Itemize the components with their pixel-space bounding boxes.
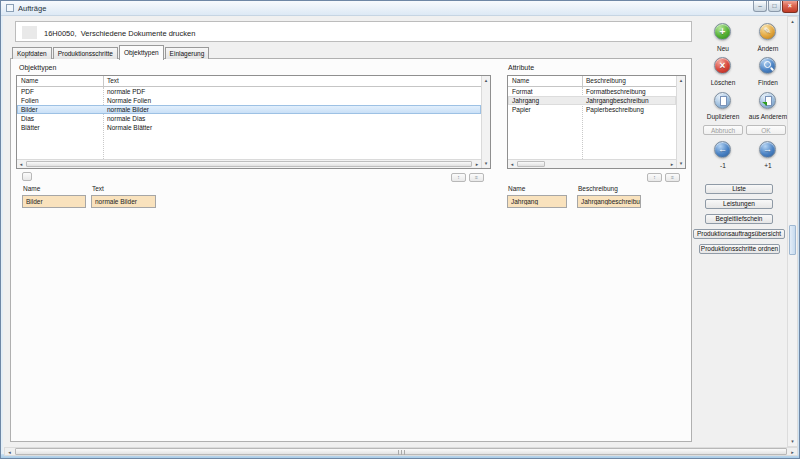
document-icon — [720, 96, 727, 106]
tab-kopfdaten[interactable]: Kopfdaten — [12, 47, 52, 59]
attribute-beschreibung-field[interactable] — [577, 195, 641, 208]
objekttypen-text-field[interactable] — [91, 195, 156, 208]
app-icon — [6, 4, 14, 12]
from-other-button[interactable] — [759, 92, 776, 109]
attribute-sort-button[interactable]: ↕ — [647, 173, 662, 182]
attribute-table-body: Format Formatbeschreibung Jahrgang Jahrg… — [508, 87, 676, 159]
find-button[interactable] — [759, 57, 776, 74]
tab-produktionsschritte[interactable]: Produktionsschritte — [53, 47, 118, 59]
order-title: 16H0050, Verschiedene Dokumente drucken — [44, 29, 195, 38]
produktionsschritte-ordnen-button[interactable]: Produktionsschritte ordnen — [699, 244, 780, 254]
produktionsauftragsuebersicht-button[interactable]: Produktionsauftragsübersicht — [693, 229, 785, 239]
objekttypen-name-label: Name — [23, 185, 40, 192]
arrow-right-icon: → — [760, 142, 775, 157]
attribute-table-header: Name Beschreibung — [508, 76, 676, 87]
scroll-right-icon[interactable]: ▸ — [473, 160, 481, 168]
table-row[interactable]: Blätter Normale Blätter — [17, 123, 481, 132]
leistungen-button[interactable]: Leistungen — [705, 199, 773, 209]
begleitliefschein-button[interactable]: Begleitliefschein — [705, 214, 773, 224]
next-record-button[interactable]: → — [759, 141, 776, 158]
ok-button[interactable]: OK — [746, 125, 786, 135]
table-row[interactable]: Dias normale Dias — [17, 114, 481, 123]
table-horizontal-scrollbar[interactable]: ◂ ▸ — [508, 159, 676, 168]
scroll-right-icon[interactable]: ▸ — [668, 160, 676, 168]
objekttypen-label: Objekttypen — [19, 64, 56, 71]
table-row[interactable]: Format Formatbeschreibung — [508, 87, 676, 96]
duplicate-button[interactable] — [714, 92, 731, 109]
tab-einlagerung[interactable]: Einlagerung — [165, 47, 210, 59]
scroll-down-icon[interactable]: ▾ — [482, 160, 490, 168]
table-row[interactable]: Folien Normale Folien — [17, 96, 481, 105]
attribute-name-field[interactable] — [507, 195, 567, 208]
table-row-selected[interactable]: Bilder normale Bilder — [17, 105, 481, 114]
arrow-left-icon: ← — [715, 142, 730, 157]
previous-record-button[interactable]: ← — [714, 141, 731, 158]
order-header: 16H0050, Verschiedene Dokumente drucken — [15, 21, 692, 42]
window-title: Aufträge — [18, 4, 46, 13]
scroll-left-icon[interactable]: ◂ — [5, 448, 14, 455]
objekttypen-name-field[interactable] — [22, 195, 86, 208]
objekttypen-table-header: Name Text — [17, 76, 481, 87]
scroll-down-icon[interactable]: ▾ — [788, 437, 797, 446]
close-button[interactable]: × — [782, 1, 798, 13]
tab-content-panel: Objekttypen Attribute Name Text PDF norm… — [10, 58, 692, 442]
scroll-down-icon[interactable]: ▾ — [677, 160, 685, 168]
minimize-button[interactable]: – — [753, 1, 767, 12]
scrollbar-grip — [398, 450, 405, 455]
tab-objekttypen[interactable]: Objekttypen — [119, 45, 164, 60]
scroll-left-icon[interactable]: ◂ — [17, 160, 25, 168]
table-row[interactable]: PDF normale PDF — [17, 87, 481, 96]
objekttypen-tool-button[interactable] — [22, 172, 32, 181]
cancel-button[interactable]: Abbruch — [703, 125, 743, 135]
objekttypen-table-body: PDF normale PDF Folien Normale Folien Bi… — [17, 87, 481, 159]
window-vertical-scrollbar[interactable]: ▴ ▾ — [787, 16, 798, 447]
import-arrow-icon — [762, 102, 767, 106]
table-vertical-scrollbar[interactable]: ▴ ▾ — [676, 76, 685, 168]
column-header-text[interactable]: Text — [107, 76, 119, 86]
column-header-beschreibung[interactable]: Beschreibung — [586, 76, 626, 86]
order-status-icon — [22, 26, 37, 39]
new-button[interactable]: + — [714, 23, 731, 40]
column-header-name[interactable]: Name — [512, 76, 529, 86]
liste-button[interactable]: Liste — [705, 184, 773, 194]
scrollbar-thumb[interactable] — [26, 161, 472, 167]
pencil-icon: ✎ — [760, 24, 775, 39]
table-row-selected[interactable]: Jahrgang Jahrgangbeschreibun — [508, 96, 676, 105]
app-window: Aufträge – □ × 16H0050, Verschiedene Dok… — [0, 0, 800, 459]
scroll-up-icon[interactable]: ▴ — [788, 17, 797, 26]
objekttypen-table: Name Text PDF normale PDF Folien Normale… — [16, 75, 491, 169]
attribute-grid-button[interactable]: ≡ — [665, 173, 680, 182]
attribute-name-label: Name — [508, 185, 525, 192]
window-horizontal-scrollbar[interactable]: ◂ ▸ — [4, 447, 798, 456]
table-row[interactable]: Papier Papierbeschreibung — [508, 105, 676, 114]
table-vertical-scrollbar[interactable]: ▴ ▾ — [481, 76, 490, 168]
tab-strip: Kopfdaten Produktionsschritte Objekttype… — [12, 45, 210, 59]
attribute-label: Attribute — [508, 64, 534, 71]
scrollbar-thumb[interactable] — [789, 225, 796, 255]
column-header-name[interactable]: Name — [21, 76, 38, 86]
attribute-beschreibung-label: Beschreibung — [578, 185, 618, 192]
scroll-left-icon[interactable]: ◂ — [508, 160, 516, 168]
window-frame-left — [1, 16, 3, 454]
scroll-up-icon[interactable]: ▴ — [482, 76, 490, 84]
scroll-right-icon[interactable]: ▸ — [788, 448, 797, 455]
scrollbar-thumb[interactable] — [517, 161, 545, 167]
objekttypen-sort-button[interactable]: ↕ — [451, 173, 466, 182]
delete-button[interactable]: × — [714, 57, 731, 74]
attribute-table: Name Beschreibung Format Formatbeschreib… — [507, 75, 686, 169]
scrollbar-thumb[interactable] — [15, 448, 787, 455]
edit-button[interactable]: ✎ — [759, 23, 776, 40]
maximize-button[interactable]: □ — [768, 1, 781, 12]
objekttypen-text-label: Text — [92, 185, 104, 192]
table-horizontal-scrollbar[interactable]: ◂ ▸ — [17, 159, 481, 168]
plus-icon: + — [715, 24, 730, 39]
scroll-up-icon[interactable]: ▴ — [677, 76, 685, 84]
cross-icon: × — [715, 58, 730, 73]
objekttypen-grid-button[interactable]: ≡ — [469, 173, 484, 182]
title-bar[interactable]: Aufträge – □ × — [1, 1, 799, 16]
